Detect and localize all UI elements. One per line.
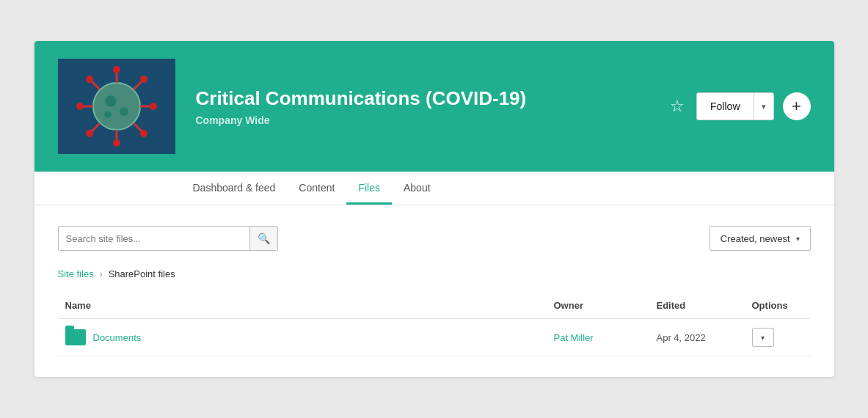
file-table: Name Owner Edited Options Documents Pa [58,294,811,356]
file-edited: Apr 4, 2022 [657,332,706,343]
svg-point-9 [150,103,157,110]
col-header-name: Name [58,294,547,319]
file-options-button[interactable]: ▾ [752,328,774,347]
tab-about[interactable]: About [392,172,442,205]
follow-chevron-icon: ▾ [754,93,773,120]
banner-info: Critical Communications (COVID-19) Compa… [196,87,668,126]
sort-button[interactable]: Created, newest ▾ [710,226,811,251]
svg-point-20 [104,111,112,118]
file-edited-cell: Apr 4, 2022 [649,319,745,356]
site-subtitle: Company Wide [196,114,668,126]
svg-point-13 [140,76,147,83]
search-button[interactable]: 🔍 [249,227,277,250]
svg-point-1 [93,83,140,130]
svg-point-15 [86,130,93,137]
content-area: 🔍 Created, newest ▾ Site files › SharePo… [34,205,834,377]
options-chevron-icon: ▾ [761,334,765,342]
add-button[interactable]: + [783,92,811,120]
folder-icon [65,329,86,345]
svg-point-3 [113,66,120,73]
banner: Critical Communications (COVID-19) Compa… [34,41,834,172]
follow-label: Follow [697,93,754,120]
breadcrumb-site-files[interactable]: Site files [58,268,94,279]
sort-label: Created, newest [721,233,790,244]
search-input[interactable] [59,227,249,250]
star-icon: ☆ [670,97,685,115]
breadcrumb: Site files › SharePoint files [58,268,811,279]
search-icon: 🔍 [258,232,270,244]
col-header-edited: Edited [649,294,745,319]
svg-point-5 [113,139,120,147]
breadcrumb-current: SharePoint files [109,268,175,279]
plus-icon: + [792,97,801,116]
col-header-owner: Owner [547,294,649,319]
logo-image [58,59,175,154]
svg-point-11 [86,76,93,83]
site-title: Critical Communications (COVID-19) [196,87,668,110]
sort-chevron-icon: ▾ [796,235,800,243]
file-owner[interactable]: Pat Miller [554,332,594,343]
svg-point-17 [140,130,147,137]
svg-point-18 [105,95,117,107]
breadcrumb-separator: › [100,269,103,279]
tab-dashboard[interactable]: Dashboard & feed [181,172,288,205]
site-logo [58,59,175,154]
file-name-cell: Documents [58,319,547,356]
svg-point-7 [76,103,84,110]
file-link[interactable]: Documents [93,332,142,343]
svg-point-19 [120,107,128,116]
tab-content[interactable]: Content [287,172,346,205]
table-header-row: Name Owner Edited Options [58,294,811,319]
file-options-cell: ▾ [745,319,811,356]
tab-files[interactable]: Files [346,172,392,205]
follow-button[interactable]: Follow ▾ [696,92,773,120]
table-row: Documents Pat Miller Apr 4, 2022 ▾ [58,319,811,356]
file-row-name: Documents [65,329,539,345]
search-box: 🔍 [58,226,278,251]
main-card: Critical Communications (COVID-19) Compa… [34,41,834,377]
favorite-button[interactable]: ☆ [667,95,688,117]
nav-tabs: Dashboard & feed Content Files About [34,172,834,205]
file-owner-cell: Pat Miller [547,319,649,356]
toolbar: 🔍 Created, newest ▾ [58,226,811,251]
col-header-options: Options [745,294,811,319]
banner-actions: ☆ Follow ▾ + [667,92,810,120]
